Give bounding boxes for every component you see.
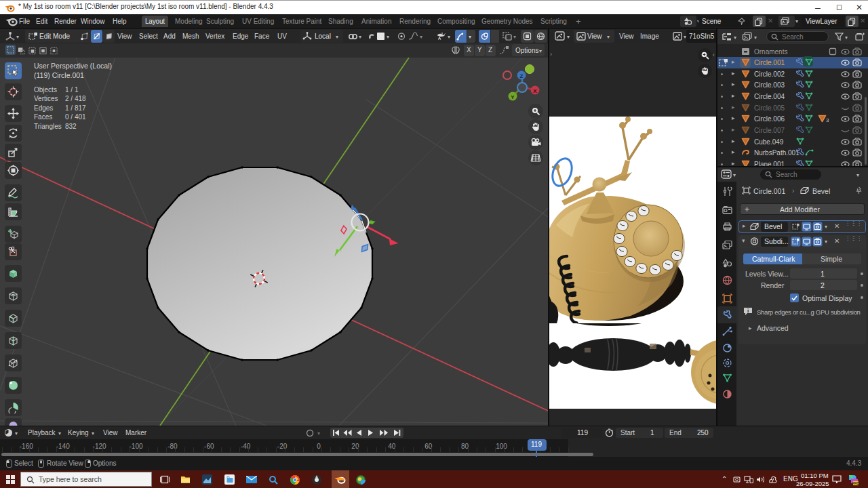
svg-text:Z: Z [520,73,524,79]
svg-text:X: X [533,88,537,94]
svg-text:Y: Y [511,94,515,100]
svg-text:PRO: PRO [852,482,859,485]
